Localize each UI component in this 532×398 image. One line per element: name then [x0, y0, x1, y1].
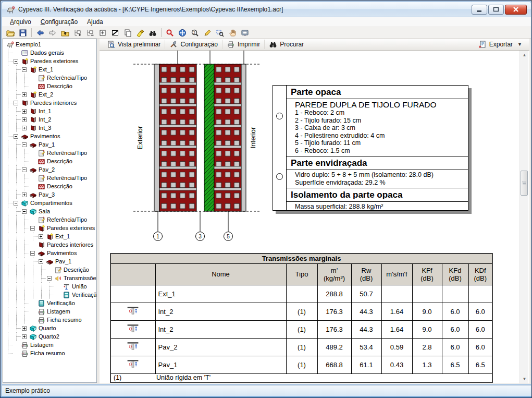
folder-up-button[interactable]	[59, 27, 71, 38]
tree-guide	[8, 232, 8, 240]
edit-box-button[interactable]	[109, 27, 121, 38]
tree-add-button[interactable]	[71, 27, 84, 38]
cell: (1)	[286, 320, 317, 338]
collapse-icon[interactable]	[30, 226, 36, 231]
collapse-icon[interactable]	[22, 167, 28, 172]
tree-item-referencia-tipo[interactable]: Referência/Tipo	[3, 149, 96, 157]
tree-item-pav-2[interactable]: Pav_2	[3, 165, 96, 174]
chevron-down-icon: ▼	[517, 42, 522, 47]
tree-item-descricao[interactable]: Descrição	[3, 82, 96, 90]
copy-button[interactable]	[121, 27, 134, 38]
zoom-red-button[interactable]	[164, 27, 176, 38]
tree-item-compartimentos[interactable]: Compartimentos	[3, 199, 96, 207]
tree-item-transmissoes[interactable]: Transmissões	[3, 274, 96, 282]
tree-item-int-3[interactable]: Int_3	[3, 124, 96, 132]
tree-item-paredes-exteriores[interactable]: Paredes exteriores	[3, 224, 96, 232]
collapse-icon[interactable]	[39, 259, 45, 264]
tree-item-verificacao[interactable]: Verificação	[3, 291, 96, 299]
tree-item-label: Pav_2	[38, 166, 55, 173]
expand-icon[interactable]	[22, 334, 28, 339]
forward-button[interactable]	[46, 27, 59, 38]
tree-item-pavimentos[interactable]: Pavimentos	[3, 132, 96, 140]
expand-icon[interactable]	[22, 326, 28, 331]
tree-item-descricao[interactable]: Descrição	[3, 157, 96, 165]
close-button[interactable]	[505, 5, 527, 15]
expand-icon[interactable]	[22, 92, 28, 97]
binoculars-button[interactable]	[146, 27, 159, 38]
expand-icon[interactable]	[22, 126, 28, 130]
tree-item-dados-gerais[interactable]: Dados gerais	[3, 49, 96, 57]
menu-arquivo[interactable]: Arquivo	[5, 17, 36, 27]
scroll-down-icon[interactable]: ▼	[520, 375, 529, 383]
hand-button[interactable]	[226, 27, 239, 38]
tree-item-referencia-tipo[interactable]: Referência/Tipo	[3, 215, 96, 224]
zoom-window-button[interactable]	[214, 27, 226, 38]
procurar-button[interactable]: Procurar	[265, 40, 308, 49]
tree-item-uniao[interactable]: União	[3, 282, 96, 291]
tree-guide	[8, 203, 13, 203]
tree-item-quarto[interactable]: Quarto	[3, 324, 96, 332]
scroll-up-icon[interactable]: ▲	[520, 51, 529, 59]
configuracao-button[interactable]: Configuração	[165, 40, 222, 49]
open-button[interactable]	[4, 27, 17, 38]
add-box-button[interactable]	[96, 27, 109, 38]
zoom-extents-button[interactable]	[176, 27, 189, 38]
collapse-icon[interactable]	[14, 134, 20, 139]
collapse-icon[interactable]	[47, 276, 53, 281]
tree-item-quarto2[interactable]: Quarto2	[3, 332, 96, 341]
tree-item-ext-1[interactable]: Ext_1	[3, 232, 96, 240]
tree-guide	[8, 107, 8, 115]
menu-configuracao[interactable]: Configuração	[36, 17, 82, 27]
tree-del-button[interactable]	[84, 27, 96, 38]
tree-item-sala[interactable]: Sala	[3, 207, 96, 215]
monitor-button[interactable]	[239, 27, 251, 38]
tree-item-listagem[interactable]: Listagem	[3, 307, 96, 316]
tree-item-paredes-exteriores[interactable]: Paredes exteriores	[3, 57, 96, 65]
back-button[interactable]	[34, 27, 46, 38]
tree-item-referencia-tipo[interactable]: Referência/Tipo	[3, 174, 96, 182]
expand-icon[interactable]	[22, 192, 28, 197]
collapse-icon[interactable]	[22, 209, 28, 214]
pencil-button[interactable]	[201, 27, 214, 38]
menu-ajuda[interactable]: Ajuda	[82, 17, 108, 27]
tree-item-ext-2[interactable]: Ext_2	[3, 90, 96, 99]
tree-item-exemplo1[interactable]: Exemplo1	[3, 40, 96, 49]
collapse-icon[interactable]	[14, 201, 20, 206]
collapse-icon[interactable]	[22, 67, 28, 72]
expand-icon[interactable]	[39, 234, 45, 239]
minimize-button[interactable]	[472, 5, 487, 15]
tree-item-pav-1[interactable]: Pav_1	[3, 140, 96, 149]
collapse-icon[interactable]	[14, 59, 20, 64]
tree-item-ficha-resumo[interactable]: Ficha resumo	[3, 316, 96, 324]
tree-item-descricao[interactable]: Descrição	[3, 182, 96, 190]
tree-item-pavimentos[interactable]: Pavimentos	[3, 249, 96, 257]
vista-preliminar-button[interactable]: Vista preliminar	[103, 40, 165, 49]
expand-icon[interactable]	[22, 117, 28, 122]
tree-item-descricao[interactable]: Descrição	[3, 266, 96, 274]
collapse-icon[interactable]	[22, 142, 28, 147]
tree-item-int-1[interactable]: Int_1	[3, 107, 96, 115]
tree-item-paredes-interiores[interactable]: Paredes interiores	[3, 99, 96, 107]
expand-icon[interactable]	[22, 109, 28, 114]
marker-button[interactable]	[134, 27, 146, 38]
tree-item-pav-1[interactable]: Pav_1	[3, 257, 96, 266]
tree-item-verificacao[interactable]: Verificação	[3, 299, 96, 307]
imprimir-button[interactable]: Imprimir	[222, 40, 265, 49]
tree-item-paredes-interiores[interactable]: Paredes interiores	[3, 240, 96, 249]
export-button[interactable]: Exportar ▼	[474, 40, 526, 49]
title-bar[interactable]: Cypevac III. Verificação da acústica - […	[2, 2, 531, 17]
tree-item-int-2[interactable]: Int_2	[3, 115, 96, 124]
tree-item-referencia-tipo[interactable]: Referência/Tipo	[3, 74, 96, 82]
tree-item-ext-1[interactable]: Ext_1	[3, 65, 96, 74]
tree-item-listagem[interactable]: Listagem	[3, 341, 96, 349]
tree-item-ficha-resumo[interactable]: Ficha resumo	[3, 349, 96, 357]
scrollbar-thumb[interactable]	[521, 171, 528, 196]
vertical-scrollbar[interactable]: ▲ ▼	[519, 51, 528, 383]
collapse-icon[interactable]	[30, 251, 36, 256]
zoom-2-button[interactable]: 2	[189, 27, 201, 38]
collapse-icon[interactable]	[14, 101, 20, 105]
restore-button[interactable]	[488, 5, 504, 15]
save-button[interactable]	[17, 27, 29, 38]
tree-item-pav-3[interactable]: Pav_3	[3, 190, 96, 199]
printer-icon	[20, 341, 29, 349]
